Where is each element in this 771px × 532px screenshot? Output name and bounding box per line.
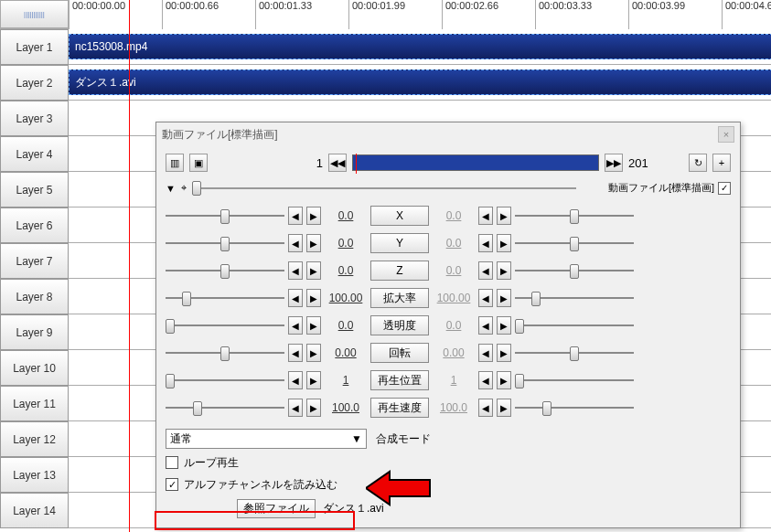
chevron-down-icon[interactable]: ▼	[166, 183, 176, 194]
param-value-right[interactable]: 100.00	[433, 292, 475, 304]
param-name-button[interactable]: 再生速度	[370, 398, 429, 418]
camera-icon[interactable]: ▥	[166, 154, 184, 172]
param-slider-right[interactable]	[515, 207, 634, 225]
nudge-right-icon[interactable]: ▶	[306, 261, 321, 280]
param-value-left[interactable]: 1	[325, 374, 367, 387]
blend-mode-select[interactable]: 通常 ▼	[166, 429, 367, 449]
dialog-titlebar[interactable]: 動画ファイル[標準描画] ×	[156, 122, 740, 146]
param-value-left[interactable]: 0.0	[325, 237, 367, 250]
layer-label[interactable]: Layer 3	[0, 101, 69, 136]
param-name-button[interactable]: 回転	[370, 343, 429, 363]
param-name-button[interactable]: 拡大率	[370, 288, 429, 308]
param-value-right[interactable]: 0.0	[433, 237, 475, 250]
param-value-right[interactable]: 1	[433, 374, 475, 387]
nudge-left-icon[interactable]: ◀	[288, 207, 303, 225]
clip[interactable]: nc153008.mp4	[69, 34, 771, 59]
param-slider-right[interactable]	[515, 371, 634, 389]
layer-label[interactable]: Layer 11	[0, 386, 69, 421]
frame-seek-bar[interactable]	[352, 154, 599, 171]
param-value-right[interactable]: 0.0	[433, 209, 475, 222]
layer-label[interactable]: Layer 1	[0, 29, 69, 65]
nudge-right-icon[interactable]: ▶	[497, 371, 511, 389]
layer-track[interactable]: ダンス１.avi	[69, 65, 771, 101]
param-slider-left[interactable]	[166, 234, 284, 252]
param-value-left[interactable]: 100.00	[325, 292, 367, 304]
param-value-right[interactable]: 0.00	[433, 346, 475, 359]
nudge-right-icon[interactable]: ▶	[306, 207, 321, 225]
nudge-left-icon[interactable]: ◀	[478, 207, 493, 225]
ruler-ticks[interactable]: 00:00:00.00 00:00:00.66 00:00:01.33 00:0…	[69, 0, 771, 29]
nudge-left-icon[interactable]: ◀	[288, 234, 303, 252]
nudge-left-icon[interactable]: ◀	[288, 399, 303, 417]
layer-track[interactable]: nc153008.mp4	[69, 29, 771, 65]
nudge-left-icon[interactable]: ◀	[478, 399, 493, 417]
skip-back-icon[interactable]: ◀◀	[328, 154, 347, 172]
param-slider-left[interactable]	[166, 207, 284, 225]
param-slider-left[interactable]	[166, 344, 284, 362]
nudge-left-icon[interactable]: ◀	[288, 261, 303, 280]
loop-checkbox[interactable]	[166, 456, 178, 469]
nudge-right-icon[interactable]: ▶	[497, 399, 511, 417]
param-slider-right[interactable]	[515, 344, 634, 362]
playhead[interactable]	[129, 0, 130, 532]
layer-label[interactable]: Layer 6	[0, 207, 69, 243]
nudge-right-icon[interactable]: ▶	[306, 371, 321, 389]
nudge-right-icon[interactable]: ▶	[306, 344, 321, 362]
layer-label[interactable]: Layer 13	[0, 457, 69, 493]
param-value-left[interactable]: 100.0	[325, 401, 367, 414]
param-slider-left[interactable]	[166, 289, 284, 307]
layer-label[interactable]: Layer 2	[0, 65, 69, 101]
nudge-left-icon[interactable]: ◀	[478, 289, 493, 307]
refresh-icon[interactable]: ↻	[689, 154, 707, 172]
param-value-left[interactable]: 0.0	[325, 319, 367, 332]
nudge-right-icon[interactable]: ▶	[306, 399, 321, 417]
param-name-button[interactable]: Y	[370, 233, 429, 253]
mouse-track[interactable]	[192, 187, 576, 189]
clip[interactable]: ダンス１.avi	[69, 69, 771, 95]
param-value-left[interactable]: 0.00	[325, 346, 367, 359]
param-name-button[interactable]: 再生位置	[370, 370, 429, 390]
nudge-left-icon[interactable]: ◀	[478, 261, 493, 280]
param-slider-left[interactable]	[166, 316, 284, 335]
nudge-right-icon[interactable]: ▶	[306, 316, 321, 335]
param-value-right[interactable]: 0.0	[433, 264, 475, 277]
param-slider-right[interactable]	[515, 289, 634, 307]
nudge-left-icon[interactable]: ◀	[288, 289, 303, 307]
nudge-right-icon[interactable]: ▶	[497, 316, 511, 335]
alpha-checkbox[interactable]: ✓	[166, 478, 178, 491]
nudge-right-icon[interactable]: ▶	[497, 261, 511, 280]
param-value-right[interactable]: 0.0	[433, 319, 475, 332]
param-slider-right[interactable]	[515, 234, 634, 252]
layer-label[interactable]: Layer 12	[0, 421, 69, 457]
nudge-left-icon[interactable]: ◀	[478, 371, 493, 389]
nudge-left-icon[interactable]: ◀	[478, 344, 493, 362]
mouse-thumb[interactable]	[192, 181, 201, 196]
param-value-right[interactable]: 100.0	[433, 401, 475, 414]
mouse-icon[interactable]: ⌖	[181, 182, 187, 194]
seek-marker[interactable]	[356, 154, 357, 174]
param-slider-right[interactable]	[515, 399, 634, 417]
layer-label[interactable]: Layer 7	[0, 243, 69, 279]
nudge-right-icon[interactable]: ▶	[306, 289, 321, 307]
param-slider-left[interactable]	[166, 261, 284, 280]
skip-forward-icon[interactable]: ▶▶	[605, 154, 623, 172]
param-value-left[interactable]: 0.0	[325, 264, 367, 277]
layer-label[interactable]: Layer 10	[0, 350, 69, 386]
nudge-left-icon[interactable]: ◀	[288, 316, 303, 335]
add-icon[interactable]: +	[712, 154, 731, 172]
nudge-right-icon[interactable]: ▶	[497, 207, 511, 225]
nudge-right-icon[interactable]: ▶	[497, 344, 511, 362]
layer-label[interactable]: Layer 14	[0, 493, 69, 528]
nudge-left-icon[interactable]: ◀	[478, 316, 493, 335]
param-slider-left[interactable]	[166, 371, 284, 389]
nudge-right-icon[interactable]: ▶	[497, 234, 511, 252]
close-icon[interactable]: ×	[718, 126, 734, 143]
layer-label[interactable]: Layer 5	[0, 172, 69, 207]
param-value-left[interactable]: 0.0	[325, 209, 367, 222]
param-slider-right[interactable]	[515, 261, 634, 280]
param-name-button[interactable]: Z	[370, 261, 429, 281]
param-slider-right[interactable]	[515, 316, 634, 335]
param-name-button[interactable]: X	[370, 206, 429, 226]
nudge-right-icon[interactable]: ▶	[306, 234, 321, 252]
layer-label[interactable]: Layer 8	[0, 279, 69, 314]
